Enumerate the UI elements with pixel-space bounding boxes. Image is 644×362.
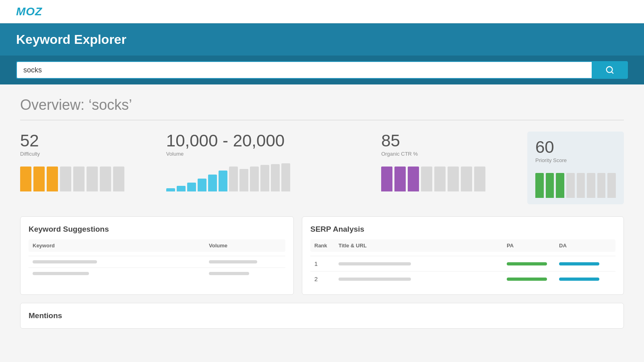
serp-pa xyxy=(507,278,559,281)
difficulty-block: 52 Difficulty xyxy=(20,132,166,191)
bar xyxy=(394,167,406,191)
bar xyxy=(448,167,459,191)
moz-logo: MOZ xyxy=(16,5,42,18)
bar xyxy=(239,169,248,191)
difficulty-value: 52 xyxy=(20,132,158,150)
bar xyxy=(113,167,124,191)
bar xyxy=(421,167,432,191)
col-da: DA xyxy=(559,243,611,249)
bar xyxy=(474,167,485,191)
priority-score-value: 60 xyxy=(535,138,616,156)
volume-label: Volume xyxy=(166,151,373,157)
mentions-card: Mentions xyxy=(20,303,624,329)
placeholder-bar xyxy=(339,262,411,265)
search-bar-area: socks xyxy=(0,56,644,84)
overview-title: Overview: ‘socks’ xyxy=(20,97,624,113)
bar xyxy=(461,167,472,191)
serp-pa xyxy=(507,262,559,265)
bar xyxy=(187,183,196,191)
bar xyxy=(535,173,544,198)
col-keyword: Keyword xyxy=(33,243,209,249)
bar xyxy=(250,167,259,191)
bar xyxy=(177,186,186,191)
volume-chart xyxy=(166,163,373,191)
bar xyxy=(577,173,585,198)
pa-bar xyxy=(507,278,547,281)
pa-bar xyxy=(507,262,547,265)
bar xyxy=(219,171,227,191)
bar xyxy=(47,167,58,191)
bar xyxy=(597,173,606,198)
header-bar: Keyword Explorer xyxy=(0,23,644,56)
organic-ctr-chart xyxy=(381,163,519,191)
priority-score-label: Priority Score xyxy=(535,157,616,163)
priority-score-chart xyxy=(535,170,616,198)
bar xyxy=(166,188,175,191)
keyword-suggestions-table-header: Keyword Volume xyxy=(29,239,285,252)
metrics-row: 52 Difficulty 10,000 - 20,000 Volume xyxy=(20,132,624,204)
organic-ctr-label: Organic CTR % xyxy=(381,151,519,157)
col-rank: Rank xyxy=(314,243,339,249)
page-title: Keyword Explorer xyxy=(16,32,126,47)
da-bar xyxy=(559,278,599,281)
difficulty-chart xyxy=(20,163,158,191)
serp-da xyxy=(559,262,611,265)
volume-placeholder xyxy=(209,260,281,263)
search-icon xyxy=(605,66,614,74)
serp-url xyxy=(339,262,507,265)
placeholder-bar xyxy=(33,260,97,263)
col-title-url: Title & URL xyxy=(339,243,507,249)
bar xyxy=(587,173,595,198)
difficulty-label: Difficulty xyxy=(20,151,158,157)
bar xyxy=(33,167,45,191)
bar xyxy=(434,167,446,191)
volume-placeholder xyxy=(209,272,281,275)
serp-row: 1 xyxy=(310,256,615,271)
organic-ctr-block: 85 Organic CTR % xyxy=(381,132,527,191)
top-bar: MOZ xyxy=(0,0,644,23)
bar xyxy=(408,167,419,191)
keyword-suggestions-card: Keyword Suggestions Keyword Volume xyxy=(20,216,294,295)
col-volume: Volume xyxy=(209,243,281,249)
table-row xyxy=(29,267,285,279)
search-input[interactable]: socks xyxy=(16,61,592,79)
bar xyxy=(60,167,71,191)
priority-score-block: 60 Priority Score xyxy=(527,132,624,204)
organic-ctr-value: 85 xyxy=(381,132,519,150)
placeholder-bar xyxy=(209,260,257,263)
bar xyxy=(556,173,564,198)
bar xyxy=(607,173,616,198)
bar xyxy=(73,167,85,191)
mentions-title: Mentions xyxy=(29,311,615,320)
bar xyxy=(87,167,98,191)
serp-analysis-card: SERP Analysis Rank Title & URL PA DA 1 xyxy=(302,216,624,295)
main-content: Overview: ‘socks’ 52 Difficulty 10,000 -… xyxy=(0,84,644,362)
divider xyxy=(20,120,624,120)
search-button[interactable] xyxy=(592,61,628,79)
da-bar xyxy=(559,262,599,265)
cards-row: Keyword Suggestions Keyword Volume xyxy=(20,216,624,295)
serp-row: 2 xyxy=(310,271,615,286)
table-row xyxy=(29,256,285,267)
serp-da xyxy=(559,278,611,281)
serp-rank: 2 xyxy=(314,276,339,282)
placeholder-bar xyxy=(339,278,411,281)
serp-table-header: Rank Title & URL PA DA xyxy=(310,239,615,252)
volume-value: 10,000 - 20,000 xyxy=(166,132,373,150)
col-pa: PA xyxy=(507,243,559,249)
serp-analysis-title: SERP Analysis xyxy=(310,225,615,234)
serp-rank: 1 xyxy=(314,260,339,267)
bar xyxy=(271,164,280,191)
keyword-suggestions-title: Keyword Suggestions xyxy=(29,225,285,234)
bar xyxy=(566,173,575,198)
bar xyxy=(260,165,269,191)
keyword-placeholder xyxy=(33,272,209,275)
bar xyxy=(208,175,217,191)
bar xyxy=(546,173,554,198)
bar xyxy=(20,167,31,191)
serp-url xyxy=(339,278,507,281)
volume-block: 10,000 - 20,000 Volume xyxy=(166,132,381,191)
bar xyxy=(381,167,392,191)
placeholder-bar xyxy=(209,272,249,275)
bar xyxy=(100,167,111,191)
